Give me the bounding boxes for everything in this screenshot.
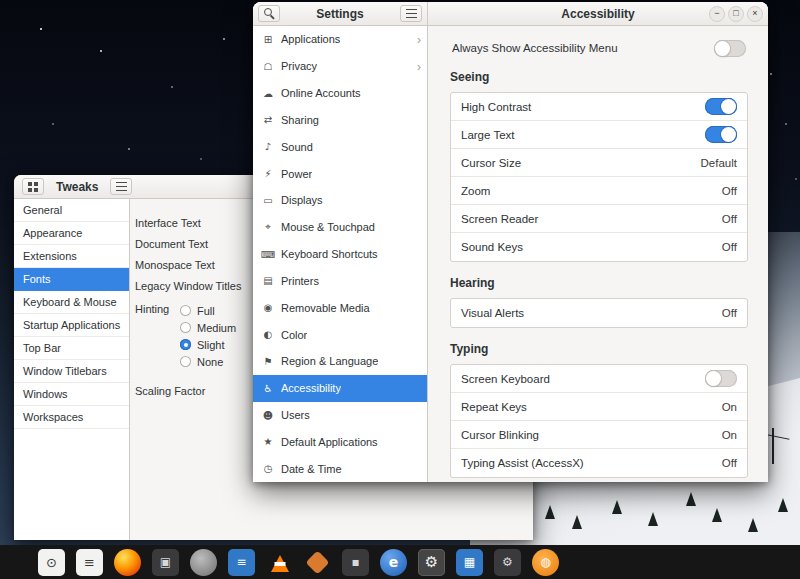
text-editor-icon[interactable]: ≡ — [76, 549, 103, 576]
tree-icon — [572, 515, 582, 529]
tweaks-pages-button[interactable] — [22, 178, 44, 195]
tweaks-sidebar-item-keyboard-mouse[interactable]: Keyboard & Mouse — [14, 291, 129, 314]
settings-item-keyboard-shortcuts[interactable]: ⌨Keyboard Shortcuts — [253, 241, 427, 268]
row-zoom[interactable]: ZoomOff — [451, 177, 747, 205]
accessibility-sections: SeeingHigh ContrastLarge TextCursor Size… — [450, 70, 748, 478]
accessibility-headerbar[interactable]: Accessibility − □ × — [428, 2, 768, 26]
default-applications-icon: ★ — [261, 436, 275, 447]
tweaks-sidebar-item-workspaces[interactable]: Workspaces — [14, 406, 129, 429]
row-screen-keyboard[interactable]: Screen Keyboard — [451, 365, 747, 393]
tree-icon — [778, 498, 788, 512]
gimp-icon[interactable] — [190, 549, 217, 576]
settings-item-label: Printers — [281, 275, 319, 287]
settings-item-label: Sharing — [281, 114, 319, 126]
row-value: Off — [722, 241, 737, 253]
tweaks-sidebar-item-window-titlebars[interactable]: Window Titlebars — [14, 360, 129, 383]
hinting-option-full[interactable]: Full — [180, 302, 236, 319]
row-large-text[interactable]: Large Text — [451, 121, 747, 149]
tweaks-sidebar-item-extensions[interactable]: Extensions — [14, 245, 129, 268]
settings-item-label: Privacy — [281, 60, 317, 72]
applications-grid-icon: ⊞ — [261, 34, 275, 45]
settings-item-label: Online Accounts — [281, 87, 361, 99]
hinting-option-none[interactable]: None — [180, 353, 236, 370]
tweaks-sidebar-item-general[interactable]: General — [14, 199, 129, 222]
dark-app-2-icon[interactable]: ▪ — [342, 549, 369, 576]
maximize-button[interactable]: □ — [728, 6, 744, 22]
settings-item-mouse-touchpad[interactable]: ⌖Mouse & Touchpad — [253, 214, 427, 241]
inkscape-icon[interactable] — [304, 549, 331, 576]
row-cursor-size[interactable]: Cursor SizeDefault — [451, 149, 747, 177]
row-screen-reader[interactable]: Screen ReaderOff — [451, 205, 747, 233]
settings-item-online-accounts[interactable]: ☁Online Accounts — [253, 80, 427, 107]
always-show-accessibility-menu-row[interactable]: Always Show Accessibility Menu — [450, 38, 748, 58]
accessibility-panel-title: Accessibility — [561, 7, 634, 21]
tweaks-sidebar-item-top-bar[interactable]: Top Bar — [14, 337, 129, 360]
settings-item-region-language[interactable]: ⚑Region & Language — [253, 348, 427, 375]
radio-icon-full[interactable] — [180, 305, 191, 316]
taskbar: ⊙≡▣≡▪e⚙▦⚙◍ — [0, 545, 800, 579]
desktop: Tweaks GeneralAppearanceExtensionsFontsK… — [0, 0, 800, 579]
hinting-option-medium[interactable]: Medium — [180, 319, 236, 336]
settings-item-default-applications[interactable]: ★Default Applications — [253, 428, 427, 455]
settings-item-color[interactable]: ◐Color — [253, 321, 427, 348]
chevron-right-icon: › — [417, 60, 421, 73]
tweaks-menu-button[interactable] — [110, 178, 132, 195]
region-language-icon: ⚑ — [261, 356, 275, 367]
documents-icon[interactable]: ≡ — [228, 549, 255, 576]
radio-icon-slight[interactable] — [180, 339, 191, 350]
large-text-toggle[interactable] — [705, 126, 737, 143]
tweaks-sidebar-item-appearance[interactable]: Appearance — [14, 222, 129, 245]
tweaks-sidebar-item-windows[interactable]: Windows — [14, 383, 129, 406]
file-manager-icon[interactable]: ▦ — [456, 549, 483, 576]
high-contrast-toggle[interactable] — [705, 98, 737, 115]
settings-item-removable-media[interactable]: ◉Removable Media — [253, 294, 427, 321]
screenshot-tool-icon[interactable]: ⊙ — [38, 549, 65, 576]
row-repeat-keys[interactable]: Repeat KeysOn — [451, 393, 747, 421]
tweaks-sidebar-item-startup-applications[interactable]: Startup Applications — [14, 314, 129, 337]
close-button[interactable]: × — [747, 6, 763, 22]
row-cursor-blinking[interactable]: Cursor BlinkingOn — [451, 421, 747, 449]
row-visual-alerts[interactable]: Visual AlertsOff — [451, 299, 747, 327]
settings-item-date-time[interactable]: ◷Date & Time — [253, 455, 427, 482]
section-heading-hearing: Hearing — [450, 276, 748, 290]
row-label: High Contrast — [461, 101, 531, 113]
hinting-option-label: Full — [197, 305, 215, 317]
radio-icon-medium[interactable] — [180, 322, 191, 333]
settings-item-sound[interactable]: ♪Sound — [253, 133, 427, 160]
minimize-button[interactable]: − — [709, 6, 725, 22]
window-controls: − □ × — [709, 2, 763, 25]
settings-item-sharing[interactable]: ⇄Sharing — [253, 106, 427, 133]
screen-keyboard-toggle[interactable] — [705, 370, 737, 387]
row-sound-keys[interactable]: Sound KeysOff — [451, 233, 747, 261]
vlc-icon[interactable] — [266, 549, 293, 576]
tweaks-sidebar-item-fonts[interactable]: Fonts — [14, 268, 129, 291]
settings-item-label: Users — [281, 409, 310, 421]
section-heading-seeing: Seeing — [450, 70, 748, 84]
tree-icon — [748, 518, 758, 532]
settings-item-displays[interactable]: ▭Displays — [253, 187, 427, 214]
settings-search-button[interactable] — [258, 5, 280, 22]
settings-item-printers[interactable]: ▤Printers — [253, 267, 427, 294]
radio-icon-none[interactable] — [180, 356, 191, 367]
settings-headerbar[interactable]: Settings — [253, 2, 427, 26]
row-high-contrast[interactable]: High Contrast — [451, 93, 747, 121]
hinting-option-label: Slight — [197, 339, 225, 351]
mail-app-icon[interactable]: e — [380, 549, 407, 576]
always-show-accessibility-menu-toggle[interactable] — [714, 40, 746, 57]
sound-icon: ♪ — [261, 141, 275, 152]
settings-item-power[interactable]: ⚡Power — [253, 160, 427, 187]
firefox-icon[interactable] — [114, 549, 141, 576]
settings-item-users[interactable]: ☻Users — [253, 402, 427, 429]
hinting-option-slight[interactable]: Slight — [180, 336, 236, 353]
blender-icon[interactable]: ◍ — [532, 549, 559, 576]
settings-menu-button[interactable] — [400, 5, 422, 22]
settings-window: Settings ⊞Applications›☖Privacy›☁Online … — [253, 2, 768, 482]
settings-item-accessibility[interactable]: ♿Accessibility — [253, 375, 427, 402]
settings-gear-icon[interactable]: ⚙ — [418, 549, 445, 576]
settings-item-applications[interactable]: ⊞Applications› — [253, 26, 427, 53]
online-accounts-icon: ☁ — [261, 88, 275, 99]
dark-app-icon[interactable]: ▣ — [152, 549, 179, 576]
utilities-icon[interactable]: ⚙ — [494, 549, 521, 576]
row-typing-assist-accessx[interactable]: Typing Assist (AccessX)Off — [451, 449, 747, 477]
settings-item-privacy[interactable]: ☖Privacy› — [253, 53, 427, 80]
